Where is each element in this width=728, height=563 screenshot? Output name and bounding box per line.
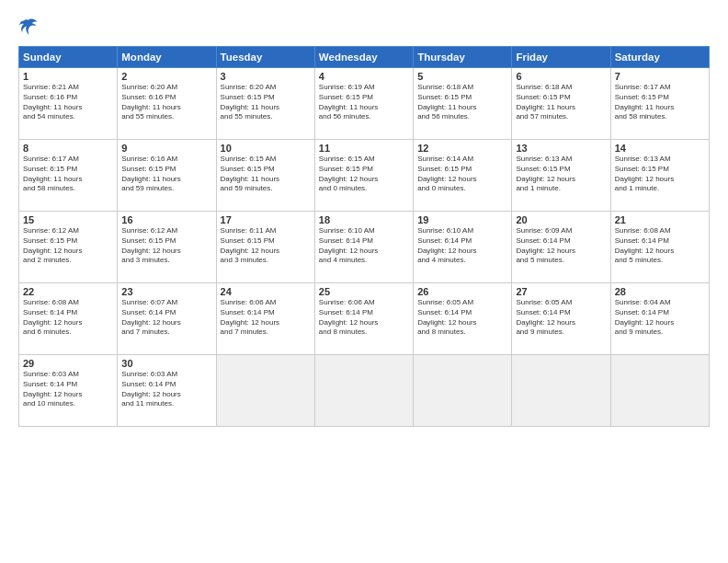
day-cell: 17Sunrise: 6:11 AM Sunset: 6:15 PM Dayli… (216, 212, 314, 283)
day-info: Sunrise: 6:07 AM Sunset: 6:14 PM Dayligh… (121, 298, 211, 338)
day-cell: 1Sunrise: 6:21 AM Sunset: 6:16 PM Daylig… (19, 68, 118, 140)
day-info: Sunrise: 6:14 AM Sunset: 6:15 PM Dayligh… (417, 155, 507, 194)
day-cell (216, 355, 314, 427)
day-cell: 26Sunrise: 6:05 AM Sunset: 6:14 PM Dayli… (414, 283, 512, 355)
day-cell: 19Sunrise: 6:10 AM Sunset: 6:14 PM Dayli… (414, 212, 512, 283)
day-number: 25 (319, 286, 409, 297)
day-info: Sunrise: 6:06 AM Sunset: 6:14 PM Dayligh… (319, 298, 409, 338)
day-info: Sunrise: 6:15 AM Sunset: 6:15 PM Dayligh… (319, 155, 409, 194)
day-number: 4 (319, 71, 409, 82)
day-info: Sunrise: 6:11 AM Sunset: 6:15 PM Dayligh… (221, 226, 311, 266)
weekday-header-monday: Monday (118, 47, 216, 68)
day-info: Sunrise: 6:12 AM Sunset: 6:15 PM Dayligh… (23, 226, 113, 266)
day-info: Sunrise: 6:13 AM Sunset: 6:15 PM Dayligh… (516, 155, 606, 194)
day-number: 9 (121, 143, 211, 154)
day-info: Sunrise: 6:03 AM Sunset: 6:14 PM Dayligh… (23, 370, 113, 409)
day-number: 17 (221, 214, 311, 225)
logo-bird-icon (18, 17, 39, 37)
day-number: 24 (221, 286, 311, 297)
day-cell: 5Sunrise: 6:18 AM Sunset: 6:15 PM Daylig… (414, 68, 512, 140)
day-number: 30 (121, 358, 211, 369)
day-number: 11 (319, 143, 409, 154)
weekday-header-wednesday: Wednesday (314, 47, 413, 68)
day-number: 7 (615, 71, 705, 82)
day-info: Sunrise: 6:12 AM Sunset: 6:15 PM Dayligh… (121, 226, 211, 266)
day-cell: 20Sunrise: 6:09 AM Sunset: 6:14 PM Dayli… (512, 212, 610, 283)
day-cell: 3Sunrise: 6:20 AM Sunset: 6:15 PM Daylig… (216, 68, 314, 140)
day-number: 8 (23, 143, 113, 154)
day-info: Sunrise: 6:17 AM Sunset: 6:15 PM Dayligh… (23, 155, 113, 194)
week-row-1: 1Sunrise: 6:21 AM Sunset: 6:16 PM Daylig… (19, 68, 710, 140)
day-number: 10 (221, 143, 311, 154)
day-number: 5 (417, 71, 507, 82)
day-cell: 16Sunrise: 6:12 AM Sunset: 6:15 PM Dayli… (118, 212, 216, 283)
week-row-3: 15Sunrise: 6:12 AM Sunset: 6:15 PM Dayli… (19, 212, 710, 283)
day-info: Sunrise: 6:05 AM Sunset: 6:14 PM Dayligh… (516, 298, 606, 338)
day-cell (610, 355, 709, 427)
day-cell: 28Sunrise: 6:04 AM Sunset: 6:14 PM Dayli… (610, 283, 709, 355)
header (18, 17, 710, 37)
day-number: 20 (516, 214, 606, 225)
day-cell: 22Sunrise: 6:08 AM Sunset: 6:14 PM Dayli… (19, 283, 118, 355)
day-info: Sunrise: 6:18 AM Sunset: 6:15 PM Dayligh… (516, 83, 606, 122)
day-info: Sunrise: 6:16 AM Sunset: 6:15 PM Dayligh… (121, 155, 211, 194)
day-number: 6 (516, 71, 606, 82)
day-cell (414, 355, 512, 427)
day-info: Sunrise: 6:03 AM Sunset: 6:14 PM Dayligh… (121, 370, 211, 409)
weekday-header-saturday: Saturday (610, 47, 709, 68)
day-number: 3 (221, 71, 311, 82)
weekday-header-row: SundayMondayTuesdayWednesdayThursdayFrid… (19, 47, 710, 68)
day-info: Sunrise: 6:18 AM Sunset: 6:15 PM Dayligh… (417, 83, 507, 122)
day-number: 27 (516, 286, 606, 297)
day-info: Sunrise: 6:17 AM Sunset: 6:15 PM Dayligh… (615, 83, 705, 122)
day-number: 1 (23, 71, 113, 82)
day-number: 28 (615, 286, 705, 297)
day-info: Sunrise: 6:08 AM Sunset: 6:14 PM Dayligh… (615, 226, 705, 266)
day-info: Sunrise: 6:06 AM Sunset: 6:14 PM Dayligh… (221, 298, 311, 338)
day-cell: 18Sunrise: 6:10 AM Sunset: 6:14 PM Dayli… (314, 212, 413, 283)
day-cell: 13Sunrise: 6:13 AM Sunset: 6:15 PM Dayli… (512, 140, 610, 212)
logo (18, 17, 42, 37)
day-cell: 4Sunrise: 6:19 AM Sunset: 6:15 PM Daylig… (314, 68, 413, 140)
day-number: 12 (417, 143, 507, 154)
week-row-2: 8Sunrise: 6:17 AM Sunset: 6:15 PM Daylig… (19, 140, 710, 212)
calendar-table: SundayMondayTuesdayWednesdayThursdayFrid… (18, 46, 710, 427)
day-number: 14 (615, 143, 705, 154)
day-cell (314, 355, 413, 427)
day-info: Sunrise: 6:15 AM Sunset: 6:15 PM Dayligh… (221, 155, 311, 194)
week-row-4: 22Sunrise: 6:08 AM Sunset: 6:14 PM Dayli… (19, 283, 710, 355)
day-number: 29 (23, 358, 113, 369)
day-cell: 14Sunrise: 6:13 AM Sunset: 6:15 PM Dayli… (610, 140, 709, 212)
day-cell: 15Sunrise: 6:12 AM Sunset: 6:15 PM Dayli… (19, 212, 118, 283)
day-cell: 10Sunrise: 6:15 AM Sunset: 6:15 PM Dayli… (216, 140, 314, 212)
day-cell: 6Sunrise: 6:18 AM Sunset: 6:15 PM Daylig… (512, 68, 610, 140)
day-cell: 21Sunrise: 6:08 AM Sunset: 6:14 PM Dayli… (610, 212, 709, 283)
day-number: 18 (319, 214, 409, 225)
day-cell: 30Sunrise: 6:03 AM Sunset: 6:14 PM Dayli… (118, 355, 216, 427)
day-number: 16 (121, 214, 211, 225)
day-number: 22 (23, 286, 113, 297)
day-number: 21 (615, 214, 705, 225)
day-number: 2 (121, 71, 211, 82)
day-info: Sunrise: 6:21 AM Sunset: 6:16 PM Dayligh… (23, 83, 113, 122)
day-info: Sunrise: 6:19 AM Sunset: 6:15 PM Dayligh… (319, 83, 409, 122)
day-info: Sunrise: 6:13 AM Sunset: 6:15 PM Dayligh… (615, 155, 705, 194)
day-info: Sunrise: 6:08 AM Sunset: 6:14 PM Dayligh… (23, 298, 113, 338)
day-info: Sunrise: 6:09 AM Sunset: 6:14 PM Dayligh… (516, 226, 606, 266)
week-row-5: 29Sunrise: 6:03 AM Sunset: 6:14 PM Dayli… (19, 355, 710, 427)
day-cell: 2Sunrise: 6:20 AM Sunset: 6:16 PM Daylig… (118, 68, 216, 140)
page: SundayMondayTuesdayWednesdayThursdayFrid… (0, 0, 728, 563)
day-cell: 8Sunrise: 6:17 AM Sunset: 6:15 PM Daylig… (19, 140, 118, 212)
day-cell: 7Sunrise: 6:17 AM Sunset: 6:15 PM Daylig… (610, 68, 709, 140)
day-cell: 24Sunrise: 6:06 AM Sunset: 6:14 PM Dayli… (216, 283, 314, 355)
day-cell: 23Sunrise: 6:07 AM Sunset: 6:14 PM Dayli… (118, 283, 216, 355)
day-info: Sunrise: 6:20 AM Sunset: 6:16 PM Dayligh… (121, 83, 211, 122)
weekday-header-thursday: Thursday (414, 47, 512, 68)
day-cell: 25Sunrise: 6:06 AM Sunset: 6:14 PM Dayli… (314, 283, 413, 355)
day-info: Sunrise: 6:20 AM Sunset: 6:15 PM Dayligh… (221, 83, 311, 122)
day-number: 19 (417, 214, 507, 225)
day-cell: 29Sunrise: 6:03 AM Sunset: 6:14 PM Dayli… (19, 355, 118, 427)
day-cell: 9Sunrise: 6:16 AM Sunset: 6:15 PM Daylig… (118, 140, 216, 212)
day-info: Sunrise: 6:04 AM Sunset: 6:14 PM Dayligh… (615, 298, 705, 338)
weekday-header-sunday: Sunday (19, 47, 118, 68)
